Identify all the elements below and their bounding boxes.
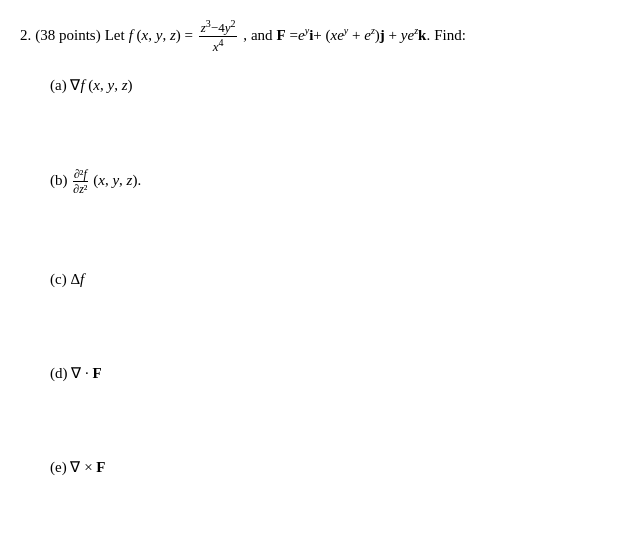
part-e: (e) ∇ × F (50, 455, 611, 479)
fraction-numerator: z3−4y2 (199, 18, 238, 37)
partial-numerator: ∂²f (73, 167, 88, 182)
vector-F-definition: F =eyi+ (xey + ez)j + yezk. (277, 23, 431, 47)
part-b: (b) ∂²f ∂z² (x, y, z). (50, 167, 611, 197)
problem-header: 2. (38 points) Let f (x, y, z) = z3−4y2 … (20, 18, 611, 55)
function-fraction: z3−4y2 x4 (199, 18, 238, 55)
problem-number: 2. (20, 23, 31, 47)
part-b-label: (b) ∂²f ∂z² (x, y, z). (50, 172, 141, 188)
fraction-denominator: x4 (211, 37, 226, 55)
part-d-label: (d) ∇ · F (50, 365, 102, 381)
problem-intro: Let (105, 23, 125, 47)
function-definition: f (x, y, z) = z3−4y2 x4 , (129, 18, 247, 55)
part-a-label: (a) ∇f (x, y, z) (50, 77, 133, 93)
partial-fraction: ∂²f ∂z² (72, 167, 88, 197)
part-d: (d) ∇ · F (50, 361, 611, 385)
find-label: Find: (434, 23, 466, 47)
partial-denominator: ∂z² (72, 182, 88, 196)
part-c-label: (c) Δf (50, 271, 84, 287)
part-e-label: (e) ∇ × F (50, 459, 106, 475)
part-c: (c) Δf (50, 267, 611, 291)
part-a: (a) ∇f (x, y, z) (50, 73, 611, 97)
and-word: and (251, 23, 273, 47)
problem-container: 2. (38 points) Let f (x, y, z) = z3−4y2 … (20, 10, 611, 539)
problem-points: (38 points) (35, 23, 100, 47)
